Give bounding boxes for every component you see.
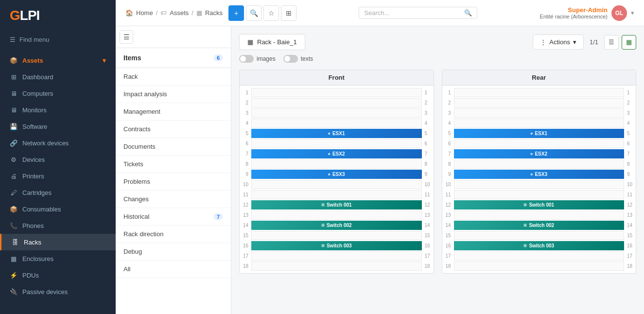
nav-item-computers[interactable]: 🖥 Computers: [0, 85, 116, 102]
rack-row: 33: [442, 108, 636, 118]
nav-network-label: Network devices: [22, 140, 69, 147]
left-panel-item-contracts[interactable]: Contracts: [116, 121, 231, 138]
rack-slot[interactable]: Switch 002: [251, 221, 422, 230]
list-view-icon[interactable]: ☰: [120, 30, 133, 44]
texts-switch[interactable]: [283, 55, 298, 63]
nav-phones-label: Phones: [22, 222, 44, 229]
nav-item-enclosures[interactable]: ▦ Enclosures: [0, 250, 116, 267]
left-panel-item-historical[interactable]: Historical 7: [116, 208, 231, 226]
rack-slot[interactable]: ESX3: [251, 170, 422, 179]
images-switch[interactable]: [239, 55, 254, 63]
rack-row: 22: [240, 98, 434, 108]
items-badge: 6: [213, 54, 223, 61]
rack-view-button[interactable]: ▦: [622, 35, 636, 50]
rack-slot: [251, 180, 422, 189]
rack-slot[interactable]: Switch 003: [251, 241, 422, 250]
left-panel-item-rack[interactable]: Rack: [116, 68, 231, 86]
rack-slot[interactable]: ESX2: [454, 149, 625, 158]
search-box: 🔍: [359, 7, 477, 19]
nav-item-network-devices[interactable]: 🔗 Network devices: [0, 135, 116, 151]
left-panel-item-all[interactable]: All: [116, 261, 231, 278]
search-button[interactable]: 🔍: [246, 5, 261, 21]
rack-slot: [454, 190, 625, 199]
user-info: Super-Admin Entité racine (Arborescence): [540, 6, 608, 19]
rack-item-label: Rack: [123, 73, 138, 80]
rack-slot[interactable]: Switch 002: [454, 221, 625, 230]
nav-item-consumables[interactable]: 📦 Consumables: [0, 201, 116, 217]
rack-row: 1717: [442, 251, 636, 261]
rack-slot[interactable]: ESX1: [251, 129, 422, 138]
left-panel-item-problems[interactable]: Problems: [116, 173, 231, 191]
nav-pdus-label: PDUs: [22, 272, 39, 279]
breadcrumb-home[interactable]: Home: [136, 9, 153, 17]
consumables-icon: 📦: [10, 205, 17, 213]
nav-item-devices[interactable]: ⚙ Devices: [0, 151, 116, 168]
rack-slot[interactable]: Switch 003: [454, 241, 625, 250]
rack-row: 5ESX15: [442, 128, 636, 139]
rack-row: 11: [442, 87, 636, 98]
breadcrumb-assets-icon: 🏷: [160, 9, 167, 17]
row-num-left: 18: [442, 263, 453, 269]
nav-cartridges-label: Cartridges: [22, 189, 52, 196]
breadcrumb-racks[interactable]: Racks: [205, 9, 223, 17]
nav-item-dashboard[interactable]: ⊞ Dashboard: [0, 69, 116, 85]
nav-consumables-label: Consumables: [22, 206, 61, 213]
rear-rack-rows: 112233445ESX15667ESX27889ESX391010111112…: [442, 86, 636, 273]
row-num-right: 2: [625, 100, 636, 105]
rear-rack: Rear 112233445ESX15667ESX27889ESX3910101…: [442, 70, 637, 274]
star-button[interactable]: ☆: [263, 5, 279, 21]
left-panel-item-debug[interactable]: Debug: [116, 243, 231, 261]
rack-row: 44: [442, 118, 636, 128]
row-num-right: 13: [423, 212, 434, 218]
nav-item-assets[interactable]: 📦 Assets ▾: [0, 52, 116, 69]
left-panel-item-rack-direction[interactable]: Rack direction: [116, 226, 231, 243]
left-panel-item-impact[interactable]: Impact analysis: [116, 86, 231, 103]
user-chevron[interactable]: ▾: [631, 9, 634, 17]
texts-toggle[interactable]: texts: [283, 55, 313, 63]
nav-item-phones[interactable]: 📞 Phones: [0, 217, 116, 234]
rack-row: 1010: [240, 179, 434, 190]
grid-button[interactable]: ⊞: [281, 5, 296, 21]
rack-slot[interactable]: ESX3: [454, 170, 625, 179]
breadcrumb-assets[interactable]: Assets: [170, 9, 189, 17]
images-toggle[interactable]: images: [239, 55, 276, 63]
nav-item-printers[interactable]: 🖨 Printers: [0, 168, 116, 184]
nav-item-software[interactable]: 💾 Software: [0, 118, 116, 135]
row-num-right: 7: [625, 151, 636, 157]
rack-row: 7ESX27: [442, 149, 636, 159]
row-num-right: 8: [423, 161, 434, 167]
rack-row: 1313: [240, 210, 434, 220]
nav-item-passive-devices[interactable]: 🔌 Passive devices: [0, 283, 116, 300]
add-button[interactable]: +: [228, 5, 244, 21]
content-area: ☰ Items 6 Rack Impact analysis Managemen…: [116, 26, 644, 314]
nav-computers-label: Computers: [22, 90, 53, 97]
row-num-left: 14: [240, 223, 250, 228]
find-menu[interactable]: ☰ Find menu: [0, 31, 116, 48]
rack-slot[interactable]: Switch 001: [251, 200, 422, 209]
row-num-left: 5: [240, 131, 250, 136]
left-panel-item-tickets[interactable]: Tickets: [116, 156, 231, 173]
search-input[interactable]: [364, 9, 461, 17]
left-panel-item-management[interactable]: Management: [116, 103, 231, 121]
list-view-button[interactable]: ☰: [604, 35, 619, 50]
nav-item-pdus[interactable]: ⚡ PDUs: [0, 267, 116, 283]
rack-row: 11: [240, 87, 434, 98]
rack-slot[interactable]: Switch 001: [454, 200, 625, 209]
nav-enclosures-label: Enclosures: [22, 255, 53, 262]
historical-badge: 7: [213, 213, 223, 220]
actions-button[interactable]: ⋮ Actions ▾: [533, 35, 584, 50]
nav-item-racks[interactable]: 🗄 Racks: [0, 234, 116, 250]
tickets-label: Tickets: [123, 160, 143, 168]
left-panel-item-documents[interactable]: Documents: [116, 138, 231, 156]
rack-row: 1111: [240, 190, 434, 200]
rack-row: 1515: [442, 230, 636, 241]
left-panel-item-changes[interactable]: Changes: [116, 191, 231, 208]
nav-item-cartridges[interactable]: 🖊 Cartridges: [0, 184, 116, 201]
nav-item-monitors[interactable]: 🖥 Monitors: [0, 102, 116, 118]
rack-row: 44: [240, 118, 434, 128]
rack-slot[interactable]: ESX1: [454, 129, 625, 138]
rack-slot[interactable]: ESX2: [251, 149, 422, 158]
user-avatar[interactable]: GL: [611, 5, 627, 21]
rack-slot: [251, 210, 422, 220]
front-label: Front: [240, 70, 434, 86]
